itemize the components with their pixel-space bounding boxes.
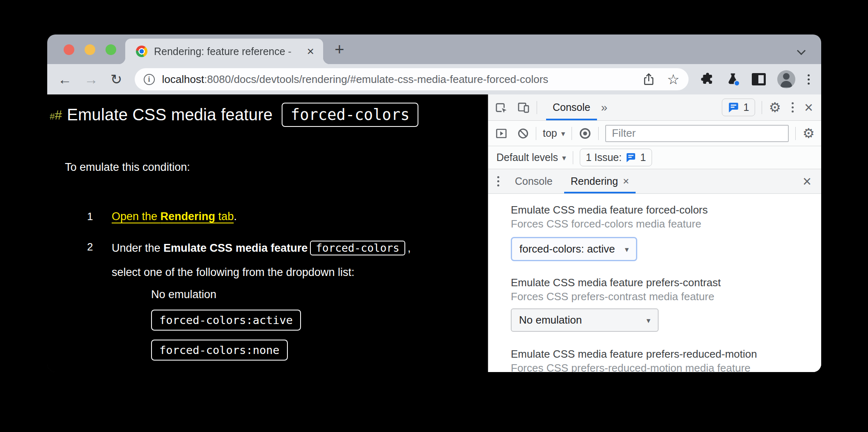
heading-code-chip: forced-colors [282, 103, 419, 127]
browser-window: Rendering: feature reference - × + ← → ↻… [47, 34, 821, 372]
chevron-down-icon: ▾ [625, 245, 629, 254]
step-2-text: Under the Emulate CSS media featureforce… [112, 241, 411, 255]
clear-console-icon[interactable] [517, 127, 529, 140]
step-2-number: 2 [87, 241, 93, 253]
devtools-menu-icon[interactable] [791, 101, 795, 113]
device-toolbar-icon[interactable] [517, 101, 530, 114]
beaker-icon[interactable] [726, 72, 740, 87]
devtools-settings-icon[interactable]: ⚙ [769, 101, 781, 114]
console-toolbar: top▾ ⚙ [488, 121, 821, 146]
heading-anchor-link[interactable]: ## [50, 108, 62, 122]
new-tab-button[interactable]: + [335, 41, 344, 57]
chevron-down-icon: ▾ [562, 153, 566, 162]
site-info-icon[interactable]: i [144, 74, 155, 85]
forward-button[interactable]: → [84, 72, 98, 86]
side-panel-icon[interactable] [752, 73, 766, 85]
rendering-panel: Emulate CSS media feature forced-colors … [488, 194, 821, 372]
tab-strip: Rendering: feature reference - × + [47, 34, 821, 64]
rendering-section-prefers-reduced-motion: Emulate CSS media feature prefers-reduce… [511, 347, 813, 372]
page-heading: ## Emulate CSS media feature forced-colo… [50, 103, 418, 127]
reload-button[interactable]: ↻ [110, 72, 122, 86]
log-levels-dropdown[interactable]: Default levels▾ [496, 152, 566, 163]
devtools-close-icon[interactable]: × [803, 100, 815, 115]
profile-avatar[interactable] [777, 70, 795, 88]
drawer-menu-icon[interactable] [496, 175, 500, 187]
prefers-contrast-select[interactable]: No emulation ▾ [511, 308, 659, 332]
rendering-section-prefers-contrast: Emulate CSS media feature prefers-contra… [511, 276, 813, 332]
console-filter-input[interactable] [605, 125, 789, 142]
devtools-tab-console[interactable]: Console [544, 94, 599, 120]
issue-chat-icon [626, 153, 636, 163]
minimize-window-button[interactable] [85, 44, 95, 55]
tab-title: Rendering: feature reference - [154, 46, 305, 57]
browser-actions [700, 70, 811, 88]
page-content: ## Emulate CSS media feature forced-colo… [47, 94, 488, 372]
section-subtitle: Forces CSS prefers-contrast media featur… [511, 290, 813, 303]
console-settings-icon[interactable]: ⚙ [802, 126, 815, 140]
devtools-panel: Console » 1 ⚙ × [488, 94, 821, 372]
url-path: :8080/docs/devtools/rendering/#emulate-c… [204, 73, 548, 85]
drawer-tab-rendering[interactable]: Rendering× [562, 169, 638, 193]
forced-colors-select[interactable]: forced-colors: active ▾ [511, 237, 637, 261]
address-bar[interactable]: i localhost:8080/docs/devtools/rendering… [135, 68, 689, 90]
browser-menu-icon[interactable] [807, 74, 811, 85]
section-title: Emulate CSS media feature forced-colors [511, 203, 813, 217]
step-2-text-line2: select one of the following from the dro… [112, 266, 354, 279]
live-expression-eye-icon[interactable] [579, 127, 592, 140]
chevron-down-icon: ▾ [561, 129, 565, 138]
option-forced-colors-active: forced-colors:active [151, 310, 301, 331]
rendering-section-forced-colors: Emulate CSS media feature forced-colors … [511, 203, 813, 261]
chrome-favicon-icon [136, 46, 147, 57]
navigation-bar: ← → ↻ i localhost:8080/docs/devtools/ren… [47, 64, 821, 94]
console-sidebar-toggle-icon[interactable] [495, 127, 508, 140]
drawer-close-icon[interactable]: × [801, 174, 813, 189]
heading-text: Emulate CSS media feature [67, 106, 273, 124]
tab-close-icon[interactable]: × [305, 44, 316, 58]
section-title: Emulate CSS media feature prefers-reduce… [511, 347, 813, 361]
option-forced-colors-none: forced-colors:none [151, 340, 288, 361]
rendering-tab-link[interactable]: Open the Rendering tab [112, 210, 234, 223]
issue-chat-icon [728, 102, 739, 113]
drawer-tab-console[interactable]: Console [506, 169, 562, 193]
inspect-element-icon[interactable] [495, 101, 508, 114]
bookmark-star-icon[interactable]: ☆ [667, 72, 680, 86]
browser-tab[interactable]: Rendering: feature reference - × [125, 39, 323, 64]
option-no-emulation: No emulation [151, 288, 216, 301]
maximize-window-button[interactable] [106, 44, 116, 55]
issues-counter-button[interactable]: 1 [722, 99, 755, 116]
javascript-context-dropdown[interactable]: top▾ [543, 127, 565, 139]
more-tabs-icon[interactable]: » [601, 101, 608, 114]
section-subtitle: Forces CSS prefers-reduced-motion media … [511, 361, 813, 372]
step-1-text: Open the Rendering tab. [112, 210, 237, 223]
console-levels-bar: Default levels▾ 1 Issue: 1 [488, 146, 821, 169]
url-host: localhost [162, 73, 204, 85]
section-subtitle: Forces CSS forced-colors media feature [511, 217, 813, 231]
traffic-lights [64, 44, 116, 55]
share-icon[interactable] [643, 72, 655, 86]
issue-pill-button[interactable]: 1 Issue: 1 [580, 149, 652, 166]
extensions-puzzle-icon[interactable] [700, 72, 714, 86]
chevron-down-icon: ▾ [646, 316, 650, 325]
close-window-button[interactable] [64, 44, 74, 55]
intro-text: To emulate this condition: [65, 161, 190, 174]
step-1-number: 1 [87, 210, 93, 223]
close-rendering-tab-icon[interactable]: × [623, 175, 629, 188]
inline-code-chip: forced-colors [310, 241, 405, 255]
omnibox-actions: ☆ [643, 72, 680, 86]
drawer-tab-bar: Console Rendering× × [488, 169, 821, 194]
section-title: Emulate CSS media feature prefers-contra… [511, 276, 813, 290]
tab-search-chevron-icon[interactable] [798, 47, 806, 54]
back-button[interactable]: ← [58, 72, 72, 86]
url-text[interactable]: localhost:8080/docs/devtools/rendering/#… [162, 73, 636, 86]
devtools-main-toolbar: Console » 1 ⚙ × [488, 94, 821, 121]
